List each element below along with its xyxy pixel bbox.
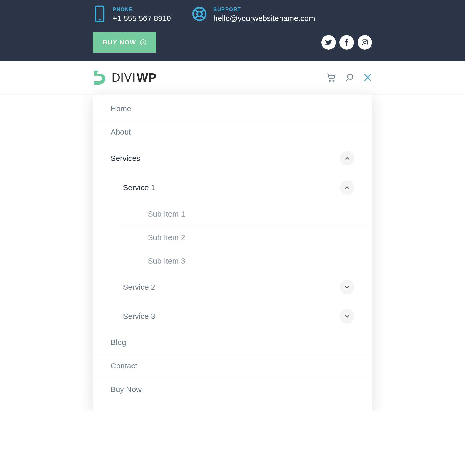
header: DIVIWP [0, 61, 465, 94]
chevron-up-icon[interactable] [340, 180, 354, 195]
submenu-item-sub-3[interactable]: Sub Item 3 [118, 249, 372, 273]
svg-point-13 [348, 74, 353, 79]
menu-item-label: Sub Item 3 [148, 257, 185, 265]
submenu-item-sub-2[interactable]: Sub Item 2 [118, 226, 372, 249]
menu-item-label: Home [111, 104, 131, 113]
support-icon [192, 6, 207, 23]
svg-point-12 [333, 80, 334, 81]
services-submenu: Service 1 Sub Item 1 Sub Item 2 Sub Item… [93, 173, 372, 331]
chevron-down-icon[interactable] [340, 309, 354, 324]
menu-item-label: Buy Now [111, 385, 142, 394]
buy-now-label: BUY NOW [103, 39, 136, 46]
menu-item-label: Sub Item 2 [148, 233, 185, 242]
mobile-menu: Home About Services Service 1 Sub Item 1… [93, 94, 372, 411]
social-row [321, 35, 372, 50]
mobile-menu-container: Home About Services Service 1 Sub Item 1… [47, 94, 419, 411]
menu-item-services[interactable]: Services [93, 144, 372, 173]
menu-item-label: Contact [111, 362, 137, 370]
chevron-up-icon[interactable] [340, 151, 354, 166]
facebook-icon[interactable] [339, 35, 354, 50]
svg-point-2 [193, 8, 206, 20]
search-icon[interactable] [345, 73, 354, 82]
svg-line-5 [201, 10, 204, 12]
menu-item-label: Service 2 [123, 283, 155, 291]
phone-icon [93, 5, 106, 24]
menu-item-buy-now[interactable]: Buy Now [93, 378, 372, 401]
phone-value[interactable]: +1 555 567 8910 [113, 14, 171, 23]
twitter-icon[interactable] [321, 35, 336, 50]
submenu-item-service-3[interactable]: Service 3 [105, 302, 372, 331]
svg-line-4 [195, 10, 198, 12]
svg-point-11 [329, 80, 330, 81]
submenu-item-service-1[interactable]: Service 1 [105, 173, 372, 202]
svg-point-10 [366, 40, 367, 41]
menu-item-blog[interactable]: Blog [93, 331, 372, 354]
svg-point-9 [363, 41, 366, 43]
svg-line-6 [195, 16, 198, 18]
logo-text-wp: WP [137, 71, 156, 85]
logo-mark-icon [93, 69, 111, 86]
instagram-icon[interactable] [358, 35, 372, 50]
support-label: SUPPORT [213, 6, 315, 12]
menu-item-label: Sub Item 1 [148, 210, 185, 218]
close-icon[interactable] [363, 73, 372, 82]
arrow-circle-icon [140, 39, 146, 45]
logo[interactable]: DIVIWP [93, 69, 157, 86]
menu-item-label: About [111, 128, 131, 136]
chevron-down-icon[interactable] [340, 280, 354, 294]
buy-now-button[interactable]: BUY NOW [93, 32, 156, 53]
support-block: SUPPORT hello@yourwebsitename.com [192, 5, 315, 24]
support-value[interactable]: hello@yourwebsitename.com [213, 14, 315, 23]
phone-block: PHONE +1 555 567 8910 [93, 5, 171, 24]
submenu-item-sub-1[interactable]: Sub Item 1 [118, 202, 372, 226]
phone-label: PHONE [113, 6, 171, 12]
menu-item-about[interactable]: About [93, 120, 372, 144]
menu-item-home[interactable]: Home [93, 97, 372, 120]
menu-item-label: Service 3 [123, 312, 155, 321]
svg-line-14 [346, 79, 348, 81]
contact-row: PHONE +1 555 567 8910 SUPPORT [93, 5, 372, 24]
menu-item-label: Services [111, 154, 140, 163]
menu-item-label: Blog [111, 338, 126, 347]
menu-item-contact[interactable]: Contact [93, 354, 372, 378]
menu-item-label: Service 1 [123, 183, 155, 192]
svg-line-7 [201, 16, 204, 18]
cart-icon[interactable] [326, 73, 336, 82]
service-1-submenu: Sub Item 1 Sub Item 2 Sub Item 3 [105, 202, 372, 273]
submenu-item-service-2[interactable]: Service 2 [105, 273, 372, 302]
topbar: PHONE +1 555 567 8910 SUPPORT [0, 0, 465, 61]
logo-text-divi: DIVI [112, 71, 136, 85]
